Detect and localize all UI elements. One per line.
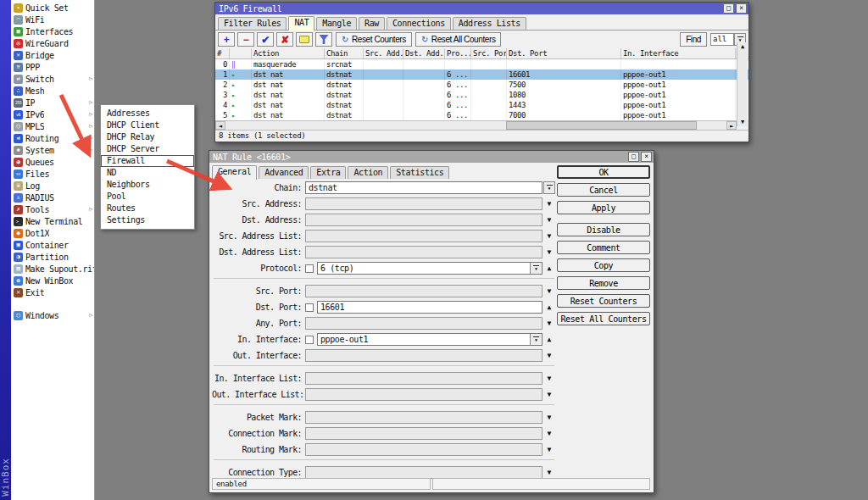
table-row[interactable]: 0‖masqueradesrcnat: [215, 59, 748, 69]
sidebar-item-make-supout-rif[interactable]: ▤Make Supout.rif: [11, 263, 94, 275]
src-address-list-set-arrow-icon[interactable]: ▼: [548, 233, 552, 240]
sidebar-item-interfaces[interactable]: ▦Interfaces: [11, 25, 94, 37]
tab-address-lists[interactable]: Address Lists: [453, 17, 526, 30]
protocol-unset-arrow-icon[interactable]: ▲: [548, 265, 552, 272]
column-header-protocol[interactable]: Pro...: [445, 48, 471, 58]
sidebar-item-log[interactable]: ≣Log: [11, 180, 94, 192]
table-row[interactable]: 1▸dst natdstnat6 ...16601pppoe-out1: [215, 69, 748, 80]
hscroll-thumb[interactable]: [506, 121, 697, 130]
reset-all-counters-button[interactable]: ↻ Reset All Counters: [415, 32, 502, 47]
column-header-dst-port[interactable]: Dst. Port: [507, 48, 621, 58]
nat-titlebar[interactable]: NAT Rule <16601> □ ×: [209, 151, 654, 163]
column-header-dst-address[interactable]: Dst. Add...: [403, 48, 445, 58]
sidebar-item-exit[interactable]: ✕Exit: [11, 286, 94, 298]
tab-advanced[interactable]: Advanced: [259, 166, 309, 179]
column-header-src-port[interactable]: Src. Port: [471, 48, 507, 58]
submenu-item-settings[interactable]: Settings: [101, 214, 194, 226]
filter-button[interactable]: [315, 32, 332, 47]
remove-button[interactable]: −: [237, 32, 254, 47]
disable-button[interactable]: Disable: [557, 223, 650, 236]
in-interface-list-set-arrow-icon[interactable]: ▼: [548, 375, 552, 382]
dst-address-list-set-arrow-icon[interactable]: ▼: [548, 249, 552, 256]
reset-counters-button[interactable]: ↻ Reset Counters: [336, 32, 412, 47]
cancel-button[interactable]: Cancel: [557, 183, 650, 197]
protocol-dropdown-icon[interactable]: ▼: [530, 263, 542, 274]
packet-mark-set-arrow-icon[interactable]: ▼: [548, 414, 552, 421]
routing-mark-set-arrow-icon[interactable]: ▼: [548, 447, 552, 453]
column-header-chain[interactable]: Chain: [325, 48, 364, 58]
connection-type-set-arrow-icon[interactable]: ▼: [548, 469, 552, 476]
sidebar-item-bridge[interactable]: ✕Bridge: [11, 49, 94, 61]
reset-counters-button[interactable]: Reset Counters: [557, 294, 650, 308]
sidebar-item-switch[interactable]: ⇄Switch▷: [11, 73, 94, 85]
packet-mark-field[interactable]: [305, 411, 542, 424]
sidebar-item-routing[interactable]: ⇉Routing▷: [11, 132, 94, 144]
tab-mangle[interactable]: Mangle: [316, 17, 357, 30]
sidebar-item-new-terminal[interactable]: >_New Terminal: [11, 215, 94, 227]
out-interface-field[interactable]: [305, 349, 542, 362]
enable-button[interactable]: ✔: [257, 32, 274, 47]
column-header-action[interactable]: Action: [252, 48, 325, 58]
sidebar-item-partition[interactable]: ◑Partition: [11, 251, 94, 263]
tab-general[interactable]: General: [212, 165, 257, 180]
table-row[interactable]: 5▸dst natdstnat6 ...7000pppoe-out1: [215, 110, 748, 120]
table-row[interactable]: 3▸dst natdstnat6 ...1080pppoe-out1: [215, 90, 748, 100]
tab-raw[interactable]: Raw: [359, 17, 385, 30]
connection-type-field[interactable]: [305, 466, 542, 479]
sidebar-item-wireguard[interactable]: ◎WireGuard: [11, 37, 94, 49]
maximize-button[interactable]: □: [723, 3, 734, 14]
sidebar-item-files[interactable]: ▭Files: [11, 168, 94, 180]
connection-mark-field[interactable]: [305, 427, 542, 440]
dst-address-field[interactable]: [305, 214, 542, 226]
out-interface-set-arrow-icon[interactable]: ▼: [548, 353, 552, 359]
sidebar-item-system[interactable]: ✱System▷: [11, 144, 94, 156]
reset-all-counters-button[interactable]: Reset All Counters: [557, 312, 650, 325]
any-port-set-arrow-icon[interactable]: ▼: [548, 320, 552, 327]
sidebar-item-new-winbox[interactable]: ◍New WinBox: [11, 275, 94, 286]
dst-address-set-arrow-icon[interactable]: ▼: [548, 217, 552, 224]
out-interface-list-set-arrow-icon[interactable]: ▼: [548, 392, 552, 398]
out-interface-list-field[interactable]: [305, 388, 542, 401]
scroll-right-icon[interactable]: ►: [726, 121, 737, 130]
disable-button[interactable]: ✘: [276, 32, 293, 47]
sidebar-item-ipv6[interactable]: v6IPv6▷: [11, 108, 94, 120]
in-interface-list-field[interactable]: [305, 372, 542, 385]
tab-action[interactable]: Action: [348, 166, 388, 179]
table-row[interactable]: 4▸dst natdstnat6 ...1443pppoe-out1: [215, 100, 748, 110]
protocol-negate-checkbox[interactable]: [305, 264, 314, 273]
sidebar-item-quick-set[interactable]: ✦Quick Set: [11, 2, 94, 14]
sidebar-item-wifi[interactable]: ◠WiFi: [11, 14, 94, 25]
routing-mark-field[interactable]: [305, 443, 542, 456]
src-address-field[interactable]: [305, 197, 542, 210]
in-interface-dropdown-icon[interactable]: ▼: [530, 334, 542, 345]
scroll-down-icon[interactable]: ▼: [741, 119, 744, 125]
src-port-set-arrow-icon[interactable]: ▼: [548, 288, 552, 295]
tab-connections[interactable]: Connections: [387, 17, 451, 30]
sidebar-item-mesh[interactable]: ∴Mesh: [11, 85, 94, 97]
submenu-item-dhcp-client[interactable]: DHCP Client: [101, 119, 194, 131]
firewall-titlebar[interactable]: IPv6 Firewall □ ×: [215, 3, 748, 14]
chain-dropdown-icon[interactable]: ▼: [543, 181, 555, 194]
submenu-item-nd[interactable]: ND: [101, 167, 194, 179]
column-header-icon[interactable]: [230, 48, 252, 58]
tab-statistics[interactable]: Statistics: [390, 166, 449, 179]
column-header-in-interface[interactable]: In. Interface: [621, 48, 736, 58]
submenu-item-dhcp-relay[interactable]: DHCP Relay: [101, 131, 194, 143]
column-header-src-address[interactable]: Src. Add...: [364, 48, 403, 58]
protocol-field[interactable]: 6 (tcp)▼: [317, 262, 542, 275]
dst-port-unset-arrow-icon[interactable]: ▲: [548, 304, 552, 311]
sidebar-item-ip[interactable]: 255IP▷: [11, 97, 94, 108]
horizontal-scrollbar[interactable]: ◄ ►: [215, 120, 737, 130]
sidebar-item-ppp[interactable]: ≡PPP: [11, 61, 94, 73]
sidebar-item-mpls[interactable]: ◯MPLS▷: [11, 120, 94, 132]
sidebar-item-tools[interactable]: ✗Tools▷: [11, 203, 94, 215]
chain-field[interactable]: dstnat: [305, 181, 542, 194]
submenu-item-pool[interactable]: Pool: [101, 191, 194, 203]
apply-button[interactable]: Apply: [557, 201, 650, 214]
src-address-set-arrow-icon[interactable]: ▼: [548, 201, 552, 208]
submenu-item-firewall[interactable]: Firewall: [101, 155, 194, 167]
copy-button[interactable]: Copy: [557, 258, 650, 272]
scroll-up-icon[interactable]: ▲: [741, 43, 744, 50]
sidebar-item-container[interactable]: ▣Container: [11, 239, 94, 251]
src-port-field[interactable]: [305, 285, 542, 297]
